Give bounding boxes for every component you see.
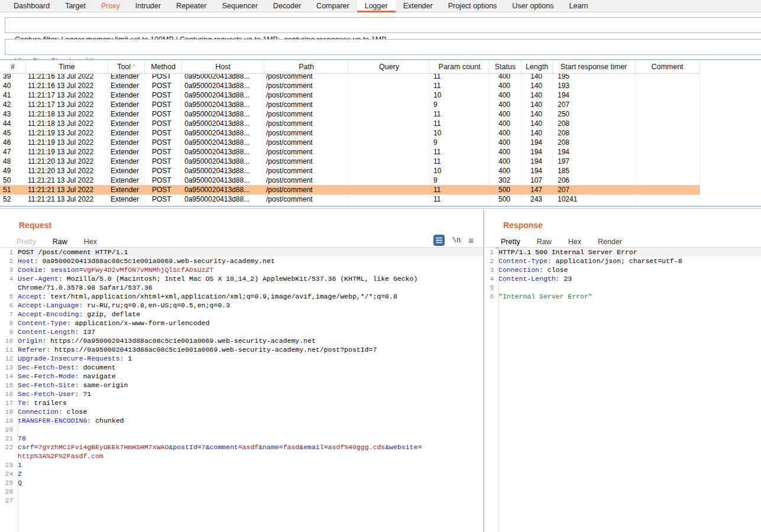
cell-start-response-timer: 197 [553, 157, 635, 166]
column-header-query[interactable]: Query [349, 60, 430, 73]
cell-path: /post/comment [264, 138, 349, 147]
table-row[interactable]: 4011:21:16 13 Jul 2022ExtenderPOST0a9500… [0, 81, 700, 90]
line-number: 6 [0, 301, 15, 310]
response-editor[interactable]: 1HTTP/1.1 500 Internal Server Error2Cont… [484, 248, 761, 532]
column-header-time[interactable]: Time [26, 60, 108, 73]
cell-tool: Extender [108, 204, 145, 207]
cell-length: 194 [522, 166, 553, 176]
table-row[interactable]: 5211:21:21 13 Jul 2022ExtenderPOST0a9500… [0, 194, 700, 204]
top-tab-target[interactable]: Target [57, 0, 93, 12]
top-tab-logger[interactable]: Logger [357, 0, 396, 12]
response-tab-raw[interactable]: Raw [529, 236, 560, 247]
editor-line: 8Content-Type: application/x-www-form-ur… [0, 319, 483, 327]
cell-length: 194 [522, 157, 553, 166]
request-tab-pretty[interactable]: Pretty [8, 236, 44, 247]
line-number: 15 [0, 381, 15, 390]
top-tab-decoder[interactable]: Decoder [265, 0, 309, 12]
cell-time: 11:21:20 13 Jul 2022 [26, 166, 108, 176]
table-row[interactable]: 4611:21:19 13 Jul 2022ExtenderPOST0a9500… [0, 138, 700, 147]
line-number: 17 [0, 399, 15, 408]
top-tab-proxy[interactable]: Proxy [93, 0, 128, 12]
top-tab-project-options[interactable]: Project options [441, 0, 505, 12]
table-row[interactable]: 4311:21:18 13 Jul 2022ExtenderPOST0a9500… [0, 109, 700, 119]
response-tab-pretty[interactable]: Pretty [493, 236, 529, 247]
editor-line: 12Upgrade-Insecure-Requests: 1 [0, 354, 483, 363]
column-header-status[interactable]: Status [490, 60, 522, 73]
editor-line: 5Accept: text/html,application/xhtml+xml… [0, 292, 483, 301]
cell-host: 0a9500020413d88... [182, 100, 264, 109]
cell-status: 302 [490, 176, 522, 185]
top-tab-intruder[interactable]: Intruder [128, 0, 169, 12]
editor-line: 7Accept-Encoding: gzip, deflate [0, 310, 483, 319]
cell-param-count: 10 [430, 166, 490, 176]
column-header-comment[interactable]: Comment [635, 60, 700, 73]
cell-start-response-timer: 207 [553, 185, 635, 194]
table-row-selected[interactable]: 5111:21:21 13 Jul 2022ExtenderPOST0a9500… [0, 185, 700, 194]
cell-status: 400 [490, 147, 522, 157]
table-row[interactable]: 5011:21:21 13 Jul 2022ExtenderPOST0a9500… [0, 176, 700, 185]
table-row[interactable]: 4411:21:18 13 Jul 2022ExtenderPOST0a9500… [0, 119, 700, 128]
column-header-length[interactable]: Length [522, 60, 553, 73]
cell-status: 400 [490, 100, 522, 109]
cell-path: /post/comment [264, 185, 349, 194]
top-tab-dashboard[interactable]: Dashboard [6, 0, 57, 12]
cell-query [349, 176, 430, 185]
cell-path: /post/comment [264, 194, 349, 204]
request-editor[interactable]: 1POST /post/comment HTTP/1.12Host: 0a950… [0, 248, 483, 532]
cell-method: POST [145, 119, 182, 128]
line-number: 22 [0, 443, 15, 452]
table-row[interactable]: 4511:21:19 13 Jul 2022ExtenderPOST0a9500… [0, 128, 700, 138]
top-tab-comparer[interactable]: Comparer [309, 0, 357, 12]
cell-num: 53 [0, 204, 26, 207]
cell-num: 49 [0, 166, 26, 176]
top-tab-extender[interactable]: Extender [396, 0, 441, 12]
editor-line: http%3A%2F%2Fasdf.com [0, 452, 483, 460]
table-row[interactable]: 5311:21:22 13 Jul 2022ExtenderPOST0a9500… [0, 204, 700, 207]
cell-tool: Extender [108, 176, 145, 185]
cell-param-count: 11 [430, 147, 490, 157]
cell-tool: Extender [108, 81, 145, 90]
top-tab-repeater[interactable]: Repeater [169, 0, 214, 12]
cell-num: 44 [0, 119, 26, 128]
column-header--[interactable]: # [0, 60, 26, 73]
table-row[interactable]: 4111:21:17 13 Jul 2022ExtenderPOST0a9500… [0, 90, 700, 100]
top-tab-user-options[interactable]: User options [504, 0, 561, 12]
cell-time: 11:21:22 13 Jul 2022 [26, 204, 108, 207]
editor-menu-icon[interactable]: ≡ [468, 235, 474, 246]
cell-host: 0a9500020413d88... [182, 138, 264, 147]
capture-filter-bar[interactable]: Capture filter: Logger memory limit set … [5, 17, 761, 33]
column-header-method[interactable]: Method [145, 60, 182, 73]
top-tab-sequencer[interactable]: Sequencer [214, 0, 265, 12]
cell-method: POST [145, 128, 182, 138]
column-header-host[interactable]: Host [182, 60, 264, 73]
editor-current-line: 1HTTP/1.1 500 Internal Server Error [484, 248, 761, 257]
view-filter-bar[interactable]: View filter: Showing all items [5, 39, 761, 55]
editor-current-line: 1POST /post/comment HTTP/1.1 [0, 248, 483, 257]
response-tab-hex[interactable]: Hex [560, 236, 590, 247]
request-tab-raw[interactable]: Raw [44, 236, 76, 247]
top-tab-learn[interactable]: Learn [562, 0, 596, 12]
response-tab-render[interactable]: Render [590, 236, 630, 247]
cell-length: 140 [522, 128, 553, 138]
table-row[interactable]: 4811:21:20 13 Jul 2022ExtenderPOST0a9500… [0, 157, 700, 166]
cell-query [349, 157, 430, 166]
cell-num: 47 [0, 147, 26, 157]
cell-tool: Extender [108, 90, 145, 100]
table-row[interactable]: 4911:21:20 13 Jul 2022ExtenderPOST0a9500… [0, 166, 700, 176]
table-row[interactable]: 4711:21:19 13 Jul 2022ExtenderPOST0a9500… [0, 147, 700, 157]
column-header-param-count[interactable]: Param count [430, 60, 490, 73]
cell-tool: Extender [108, 119, 145, 128]
cell-status: 500 [490, 204, 522, 207]
request-tab-hex[interactable]: Hex [76, 236, 105, 247]
cell-query [349, 138, 430, 147]
column-header-path[interactable]: Path [264, 60, 349, 73]
cell-param-count: 11 [430, 185, 490, 194]
line-number: 6 [484, 293, 496, 301]
column-header-tool[interactable]: Tool^ [108, 60, 145, 73]
column-header-start-response-timer[interactable]: Start response timer [553, 60, 635, 73]
pretty-print-toggle-icon[interactable] [433, 235, 445, 246]
cell-method: POST [145, 185, 182, 194]
cell-param-count: 11 [430, 81, 490, 90]
table-row[interactable]: 4211:21:17 13 Jul 2022ExtenderPOST0a9500… [0, 100, 700, 109]
newline-visibility-toggle-icon[interactable]: \n [452, 236, 461, 245]
